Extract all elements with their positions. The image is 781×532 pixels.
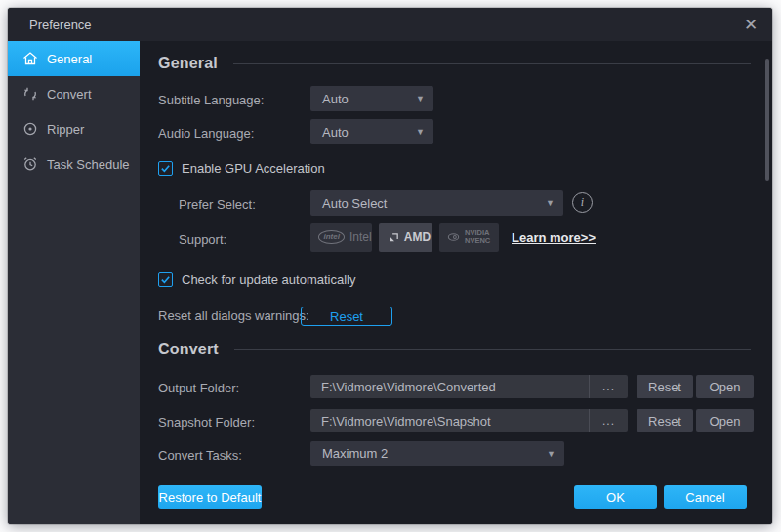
sidebar-item-task-schedule[interactable]: Task Schedule — [8, 146, 140, 182]
restore-default-button[interactable]: Restore to Default — [158, 485, 262, 509]
sidebar-item-label: Ripper — [47, 122, 84, 137]
ok-button[interactable]: OK — [574, 485, 657, 509]
selected-value: Auto — [322, 92, 416, 106]
cancel-button[interactable]: Cancel — [664, 485, 747, 509]
snapshot-folder-label: Snapshot Folder: — [158, 415, 255, 430]
settings-panel: General Subtitle Language: Auto ▼ Audio … — [140, 41, 772, 524]
prefer-select-dropdown[interactable]: Auto Select ▼ — [310, 190, 563, 216]
close-icon[interactable]: ✕ — [737, 11, 764, 38]
intel-logo-icon: intel — [318, 230, 344, 244]
section-title: Convert — [158, 341, 219, 358]
sidebar-item-convert[interactable]: Convert — [8, 76, 140, 111]
divider — [234, 349, 751, 350]
convert-tasks-label: Convert Tasks: — [158, 448, 242, 463]
folder-path: F:\Vidmore\Vidmore\Converted — [321, 380, 589, 394]
checkbox-label: Check for update automatically — [182, 272, 355, 287]
output-reset-button[interactable]: Reset — [637, 375, 693, 398]
support-vendor-row: intel Intel AMD NVIDIA NVENC — [310, 223, 772, 252]
amd-logo-icon — [389, 232, 399, 243]
sidebar-item-label: General — [47, 52, 92, 66]
clock-icon — [21, 156, 38, 173]
sidebar-item-general[interactable]: General — [8, 41, 140, 76]
divider — [233, 63, 751, 64]
browse-button[interactable]: ... — [589, 409, 628, 432]
nvidia-logo-icon — [447, 232, 460, 242]
convert-tasks-dropdown[interactable]: Maximum 2 ▼ — [310, 441, 564, 466]
output-open-button[interactable]: Open — [696, 375, 754, 398]
chevron-down-icon: ▼ — [547, 449, 555, 459]
update-check-checkbox[interactable]: Check for update automatically — [158, 272, 355, 287]
nvidia-badge: NVIDIA NVENC — [439, 223, 499, 252]
home-icon — [21, 51, 38, 67]
dialog-title: Preference — [29, 18, 92, 32]
subtitle-language-label: Subtitle Language: — [158, 93, 264, 107]
snapshot-open-button[interactable]: Open — [696, 409, 754, 432]
subtitle-language-select[interactable]: Auto ▼ — [310, 86, 433, 111]
folder-path: F:\Vidmore\Vidmore\Snapshot — [321, 414, 589, 429]
sidebar-item-ripper[interactable]: Ripper — [8, 111, 140, 146]
gpu-acceleration-checkbox[interactable]: Enable GPU Acceleration — [158, 161, 325, 176]
checkbox-checked-icon — [158, 272, 173, 287]
sidebar-item-label: Task Schedule — [47, 157, 130, 172]
vendor-label: Intel — [349, 230, 372, 244]
selected-value: Maximum 2 — [322, 446, 547, 461]
chevron-down-icon: ▼ — [546, 198, 555, 208]
audio-language-label: Audio Language: — [158, 126, 254, 141]
convert-section-header: Convert — [158, 341, 751, 358]
section-title: General — [158, 55, 218, 72]
vendor-label: NVIDIA NVENC — [465, 229, 499, 245]
snapshot-reset-button[interactable]: Reset — [637, 409, 693, 432]
output-folder-field[interactable]: F:\Vidmore\Vidmore\Converted ... — [310, 375, 628, 398]
selected-value: Auto — [322, 125, 416, 140]
info-icon[interactable]: i — [572, 192, 593, 213]
reset-warnings-button[interactable]: Reset — [301, 307, 392, 326]
ripper-icon — [21, 121, 38, 138]
preference-dialog: Preference ✕ General Convert — [8, 8, 772, 524]
support-label: Support: — [179, 232, 226, 247]
selected-value: Auto Select — [322, 196, 546, 211]
sidebar: General Convert Ripper — [8, 41, 140, 524]
snapshot-folder-field[interactable]: F:\Vidmore\Vidmore\Snapshot ... — [310, 409, 628, 432]
amd-badge: AMD — [379, 223, 432, 252]
intel-badge: intel Intel — [310, 223, 372, 252]
checkbox-checked-icon — [158, 161, 173, 176]
audio-language-select[interactable]: Auto ▼ — [310, 119, 433, 144]
output-folder-label: Output Folder: — [158, 381, 239, 395]
general-section-header: General — [158, 55, 751, 72]
vendor-label: AMD — [404, 230, 431, 244]
title-bar: Preference ✕ — [8, 8, 772, 41]
prefer-select-label: Prefer Select: — [179, 197, 256, 212]
checkbox-label: Enable GPU Acceleration — [182, 161, 325, 176]
browse-button[interactable]: ... — [589, 375, 628, 398]
scrollbar-thumb[interactable] — [765, 59, 769, 181]
reset-warnings-label: Reset all dialogs warnings: — [158, 308, 309, 323]
chevron-down-icon: ▼ — [416, 127, 425, 137]
learn-more-link[interactable]: Learn more>> — [512, 230, 596, 245]
chevron-down-icon: ▼ — [416, 94, 425, 103]
convert-icon — [21, 86, 38, 102]
sidebar-item-label: Convert — [47, 87, 92, 102]
